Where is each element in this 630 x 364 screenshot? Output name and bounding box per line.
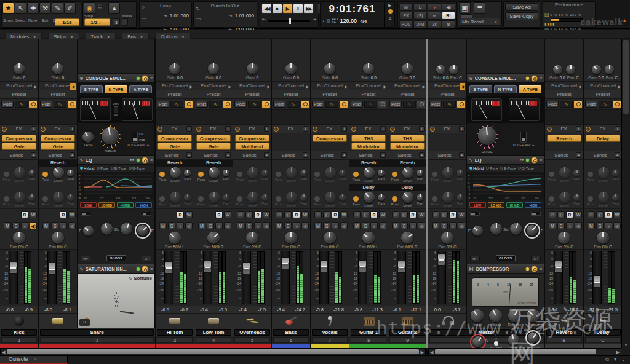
mix-button-fx[interactable]: FX [399,12,413,20]
pan-knob[interactable] [324,232,336,244]
sends-add-button[interactable]: + [70,152,75,158]
sync-icon[interactable]: ◔ [322,19,324,23]
prochannel-row[interactable]: ProChannel▶ [349,82,388,90]
eq-band-high[interactable]: HIGH [525,202,541,208]
input-echo-button[interactable]: ◀) [185,222,193,229]
fader-value-left[interactable]: -21.5 [588,307,599,312]
eq-curve-thumbnail[interactable]: ∿ [599,101,612,108]
fader-value-left[interactable]: -6.4 [200,307,208,312]
hp-freq-knob[interactable] [472,226,483,236]
prochannel-power-button[interactable] [29,101,37,108]
arm-record-button[interactable]: ● [254,222,261,229]
input-pan-knob[interactable] [449,65,458,74]
loop-from-row[interactable]: ⇥ 1:01:000 [140,9,191,20]
prochannel-power-button[interactable] [185,101,193,108]
prochannel-row[interactable]: ProChannel▶ [0,82,38,90]
send-post-dot[interactable] [353,172,359,177]
eq-curve-thumbnail[interactable]: ∿ [287,101,300,108]
fx-plugin-th3[interactable]: TH3 [390,135,425,142]
compressor-power-button[interactable] [531,266,538,272]
slope-knob-left[interactable] [101,223,113,235]
volume-fader[interactable] [592,251,602,304]
volume-fader[interactable] [281,251,290,304]
fx-power-icon[interactable]: ⏻ [41,127,46,132]
mix-button-m[interactable]: M [399,3,413,11]
input-echo-button[interactable]: ◀) [224,222,231,229]
fader-value-left[interactable]: 0.0 [434,307,441,312]
fx-power-icon[interactable]: ⏻ [430,127,435,132]
send-level-knob[interactable] [209,192,220,203]
automation-write-button[interactable]: W [379,211,386,218]
slope-knob-left[interactable] [490,223,502,235]
eq-module-header[interactable]: ∿ EQ ▸▸ ≡ [78,156,154,165]
pan-top-value[interactable]: C [615,76,618,80]
gain-knob[interactable] [324,63,335,74]
fx-power-icon[interactable]: ⏻ [2,127,7,132]
gain-knob[interactable] [52,63,63,74]
gain-value[interactable]: 0 [257,76,259,80]
prochannel-row[interactable]: ProChannel▶ [272,82,310,90]
preset-row[interactable]: Preset [349,90,388,99]
snap-to-by-toggle[interactable]: TOBY [98,4,102,10]
sends-add-button[interactable]: + [459,152,465,158]
tracks-hscrollbar-thumb[interactable] [7,349,419,354]
pan-top-value[interactable]: C [459,76,462,80]
save-as-button[interactable]: Save As [505,3,538,11]
fx-plugin-compressor[interactable]: Compressor [158,135,192,142]
preset-row[interactable]: Preset [156,90,194,99]
send-slot-2[interactable]: PostLevelPan [545,184,583,209]
eq-curve-thumbnail[interactable]: ∿ [560,101,573,108]
fader-handle[interactable] [48,263,56,275]
tracks-hscrollbar[interactable]: ◀▶ [0,348,426,355]
fader-value-left[interactable]: -3.4 [277,307,285,312]
automation-write-button[interactable]: W [301,211,309,218]
solo-button[interactable]: S [51,222,58,229]
mix-button-dim[interactable]: DIM [413,20,427,28]
preset-row[interactable]: Preset [0,90,38,99]
fader-value-right[interactable]: -11.3 [372,307,383,312]
comp-output-knob[interactable] [527,309,540,322]
lp-button[interactable]: LP [142,256,151,261]
send-pan-knob[interactable] [28,194,35,201]
send-level-knob[interactable] [598,167,609,178]
sends-add-button[interactable]: + [303,152,308,158]
mute-button[interactable]: M [276,222,283,229]
rms-pk-switch[interactable] [114,106,118,113]
track-name[interactable]: Overheads [234,329,270,336]
eq-collapse-icon[interactable]: ≡ [540,158,542,162]
pan-value[interactable]: 50% R [212,245,224,249]
input-echo-button[interactable]: ◀) [301,222,309,229]
automation-write-button[interactable]: W [263,211,270,218]
automation-read-button[interactable]: R [21,211,28,218]
solo-button[interactable]: S [596,222,604,229]
eq-mode-hybrid[interactable]: Hybrid [469,167,484,170]
recall-document-icon[interactable]: ≣ [474,2,485,14]
send-level-knob[interactable] [14,167,25,178]
track-icon-bass[interactable] [284,315,298,327]
gain-value[interactable]: 0.0 [599,76,604,80]
hp-button[interactable]: HP [470,256,480,261]
preset-row[interactable]: Preset [39,90,77,99]
fader-handle[interactable] [9,261,17,274]
send-post-dot[interactable] [198,196,204,202]
solo-button[interactable]: S [323,222,330,229]
post-button[interactable]: Post [312,101,324,108]
marker-icon[interactable]: ▶ [388,3,391,8]
console-type-s[interactable]: S-TYPE [469,85,492,93]
prochannel-row[interactable]: ProChannel▶ [545,82,583,90]
bus-hscrollbar[interactable]: ◀▶ [428,348,621,355]
send-level-knob[interactable] [286,167,297,178]
input-echo-button[interactable]: ◀) [263,222,270,229]
dock-icons[interactable]: ⧉ ▾ ⌄ [605,357,628,363]
gain-value[interactable]: 0 [23,76,26,80]
track-icon-return[interactable]: ↪ [557,315,571,327]
phase-invert-button[interactable]: Ø [432,211,439,218]
send-pan-knob[interactable] [223,194,229,201]
mix-button-[interactable]: ⊗ [442,20,455,28]
send-post-dot[interactable] [314,172,320,177]
snap-resolution-dropdown[interactable]: 1/2 ♩ [84,18,110,26]
input-echo-button[interactable]: ◀) [30,222,37,229]
send-pan-knob[interactable] [573,170,580,176]
prochannel-row[interactable]: ProChannel◀ [39,82,77,90]
fader-handle[interactable] [359,260,367,272]
